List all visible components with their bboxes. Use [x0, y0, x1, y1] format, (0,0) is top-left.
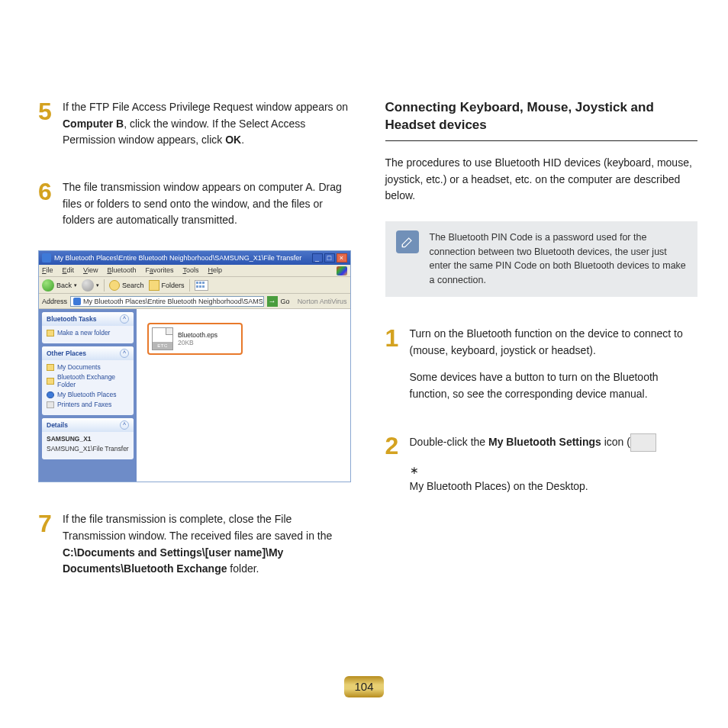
step-1: 1 Turn on the Bluetooth function on the …	[385, 326, 698, 403]
note-box: The Bluetooth PIN Code is a password use…	[385, 221, 698, 297]
window-body: Bluetooth Tasks^ Make a new folder Other…	[39, 309, 350, 482]
details-name: SAMSUNG_X1	[47, 435, 129, 443]
step-body: Turn on the Bluetooth function on the de…	[410, 326, 698, 403]
toolbar: Back▾ ▾ Search Folders	[39, 277, 350, 294]
menu-view[interactable]: View	[83, 266, 98, 275]
text: The file transmission window appears on …	[63, 179, 351, 229]
section-heading: Connecting Keyboard, Mouse, Joystick and…	[385, 99, 698, 134]
address-bar: Address My Bluetooth Places\Entire Bluet…	[39, 294, 350, 309]
maximize-button[interactable]: □	[324, 253, 335, 263]
separator	[104, 279, 105, 292]
bluetooth-icon	[42, 253, 51, 263]
sidebar: Bluetooth Tasks^ Make a new folder Other…	[39, 309, 137, 482]
menu-file[interactable]: File	[42, 266, 53, 275]
window-controls: _ □ ×	[312, 253, 347, 263]
menu-favorites[interactable]: Favorites	[145, 266, 173, 275]
pencil-icon	[400, 234, 415, 250]
windows-flag-icon	[337, 266, 347, 275]
step-number: 7	[38, 511, 55, 578]
norton-label: Norton AntiVirus	[298, 298, 347, 305]
text: .	[241, 134, 244, 146]
file-name: Bluetooth.eps	[178, 331, 217, 339]
step-number: 5	[38, 99, 55, 149]
page-columns: 5 If the FTP File Access Privilege Reque…	[38, 99, 697, 608]
folders-button[interactable]: Folders	[149, 280, 185, 291]
back-button[interactable]: Back▾	[42, 279, 77, 292]
step-body: If the FTP File Access Privilege Request…	[63, 99, 351, 149]
embedded-window: My Bluetooth Places\Entire Bluetooth Nei…	[38, 250, 351, 482]
minimize-button[interactable]: _	[312, 253, 323, 263]
menu-help[interactable]: Help	[208, 266, 223, 275]
link-printers[interactable]: Printers and Faxes	[47, 401, 129, 408]
intro-text: The procedures to use Bluetooth HID devi…	[385, 155, 698, 205]
go-button[interactable]: →	[267, 296, 278, 307]
file-item-highlighted[interactable]: ETC Bluetooth.eps 20KB	[147, 323, 243, 355]
step-number: 6	[38, 179, 55, 229]
heading-rule	[385, 140, 698, 141]
text: If the FTP File Access Privilege Request…	[63, 101, 348, 113]
view-button[interactable]	[195, 280, 208, 291]
panel-details: Details^ SAMSUNG_X1 SAMSUNG_X1\File Tran…	[42, 418, 134, 459]
step-body: Double-click the My Bluetooth Settings i…	[410, 433, 698, 495]
step-7: 7 If the file transmission is complete, …	[38, 511, 351, 578]
panel-other-places: Other Places^ My Documents Bluetooth Exc…	[42, 346, 134, 415]
text: Turn on the Bluetooth function on the de…	[410, 326, 698, 359]
text: ) on the Desktop.	[507, 480, 588, 492]
file-area: ETC Bluetooth.eps 20KB	[137, 309, 350, 482]
right-column: Connecting Keyboard, Mouse, Joystick and…	[385, 99, 698, 608]
bluetooth-icon	[73, 298, 81, 305]
step-5: 5 If the FTP File Access Privilege Reque…	[38, 99, 351, 149]
panel-bluetooth-tasks: Bluetooth Tasks^ Make a new folder	[42, 312, 134, 343]
step-body: If the file transmission is complete, cl…	[63, 511, 351, 578]
window-titlebar: My Bluetooth Places\Entire Bluetooth Nei…	[39, 251, 350, 265]
address-label: Address	[42, 298, 67, 305]
page-number: 104	[344, 676, 384, 697]
text: Some devices have a button to turn on th…	[410, 369, 698, 402]
menu-tools[interactable]: Tools	[182, 266, 198, 275]
task-make-folder[interactable]: Make a new folder	[47, 329, 129, 337]
chevron-up-icon: ^	[120, 349, 129, 358]
link-my-documents[interactable]: My Documents	[47, 363, 129, 371]
search-button[interactable]: Search	[109, 280, 144, 291]
menu-bar: File Edit View Bluetooth Favorites Tools…	[39, 265, 350, 277]
step-number: 1	[385, 326, 402, 403]
chevron-up-icon: ^	[120, 420, 129, 430]
file-size: 20KB	[178, 339, 217, 346]
bold-text: Computer B	[63, 118, 124, 130]
text: folder.	[227, 562, 259, 575]
link-bt-exchange[interactable]: Bluetooth Exchange Folder	[47, 373, 129, 388]
separator	[189, 279, 190, 292]
go-label: Go	[281, 298, 290, 305]
details-sub: SAMSUNG_X1\File Transfer	[47, 445, 129, 453]
note-icon	[396, 230, 419, 253]
window-title: My Bluetooth Places\Entire Bluetooth Nei…	[54, 254, 312, 262]
desktop-bluetooth-icon	[630, 433, 656, 452]
text: If the file transmission is complete, cl…	[63, 513, 332, 542]
bold-text: OK	[225, 134, 241, 146]
step-number: 2	[385, 433, 402, 495]
note-text: The Bluetooth PIN Code is a password use…	[430, 230, 688, 288]
left-column: 5 If the FTP File Access Privilege Reque…	[38, 99, 351, 608]
chevron-up-icon: ^	[120, 314, 129, 324]
step-body: The file transmission window appears on …	[63, 179, 351, 229]
close-button[interactable]: ×	[337, 253, 347, 263]
menu-edit[interactable]: Edit	[63, 266, 75, 275]
menu-bluetooth[interactable]: Bluetooth	[107, 266, 136, 275]
bold-text: My Bluetooth Settings	[488, 435, 601, 447]
file-icon: ETC	[152, 327, 173, 350]
text: icon (	[601, 435, 630, 447]
link-bt-places[interactable]: My Bluetooth Places	[47, 391, 129, 398]
address-field[interactable]: My Bluetooth Places\Entire Bluetooth Nei…	[70, 296, 264, 307]
forward-button[interactable]: ▾	[82, 279, 99, 292]
text: Double-click the	[410, 435, 489, 447]
panel-heading[interactable]: Bluetooth Tasks^	[42, 312, 134, 326]
step-6: 6 The file transmission window appears o…	[38, 179, 351, 229]
panel-heading[interactable]: Details^	[42, 418, 134, 432]
step-2: 2 Double-click the My Bluetooth Settings…	[385, 433, 698, 495]
file-meta: Bluetooth.eps 20KB	[178, 331, 217, 346]
panel-heading[interactable]: Other Places^	[42, 346, 134, 360]
